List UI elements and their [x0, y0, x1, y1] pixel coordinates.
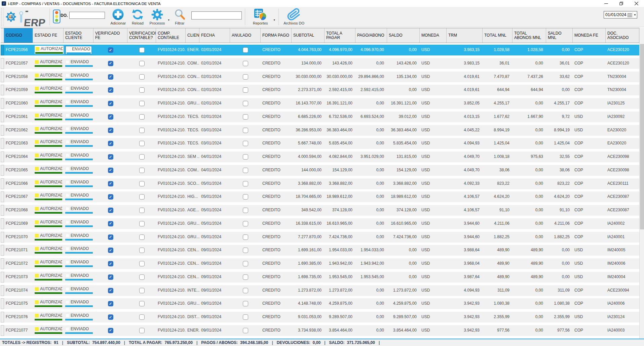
verificado-fe-cell[interactable] [93, 58, 127, 69]
verificado-fe-checkbox[interactable] [108, 47, 113, 53]
estado-fe-cell[interactable]: AUTORIZADA [33, 125, 64, 136]
estado-fe-status[interactable]: AUTORIZADA [35, 206, 62, 214]
row-selector[interactable] [1, 165, 4, 176]
verificacion-contable-cell[interactable] [127, 45, 156, 55]
verificacion-contable-checkbox[interactable] [139, 154, 145, 160]
verificacion-contable-cell[interactable] [127, 125, 156, 136]
anulado-cell[interactable] [230, 312, 261, 322]
restore-button[interactable] [614, 0, 629, 7]
estado-cliente-status[interactable]: ENVIADO [65, 139, 93, 147]
estado-fe-cell[interactable]: AUTORIZADA [33, 325, 64, 336]
estado-fe-status[interactable]: AUTORIZADA [35, 326, 62, 334]
row-selector[interactable] [1, 232, 4, 243]
anulado-checkbox[interactable] [243, 47, 248, 53]
estado-cliente-status[interactable]: ENVIADO [65, 179, 93, 187]
verificacion-contable-cell[interactable] [127, 85, 156, 95]
anulado-cell[interactable] [230, 72, 261, 82]
row-selector[interactable] [1, 85, 4, 95]
verificado-fe-checkbox[interactable] [108, 181, 113, 186]
column-header-total-abonos-mnl[interactable]: TOTAL ABONOS MNL [513, 28, 546, 43]
column-header-estado-cliente[interactable]: ESTADO CLIENTE [64, 28, 93, 43]
estado-cliente-cell[interactable]: ENVIADO [64, 191, 93, 202]
table-row[interactable]: FCPE21056AUTORIZADAENVIADOFV010124-210..… [1, 45, 639, 55]
filter-input[interactable] [191, 11, 242, 19]
anulado-checkbox[interactable] [243, 168, 248, 173]
estado-cliente-status[interactable]: ENVIADO [65, 246, 93, 254]
estado-cliente-status[interactable]: ENVIADO [65, 206, 93, 214]
estado-fe-cell[interactable]: AUTORIZADA [33, 298, 64, 309]
estado-cliente-status[interactable]: ENVIADO [65, 299, 93, 307]
verificacion-contable-checkbox[interactable] [139, 208, 145, 213]
estado-fe-cell[interactable]: AUTORIZADA [33, 218, 64, 229]
verificacion-contable-checkbox[interactable] [139, 101, 145, 106]
table-row[interactable]: FCPE21065AUTORIZADAENVIADOFV010124-210..… [1, 165, 639, 176]
estado-cliente-cell[interactable]: ENVIADO [64, 45, 93, 55]
archivos-do-button[interactable]: Archivos DO [282, 8, 306, 25]
verificado-fe-cell[interactable] [93, 272, 127, 283]
verificacion-contable-cell[interactable] [127, 152, 156, 162]
estado-fe-status[interactable]: AUTORIZADA [35, 153, 62, 160]
estado-cliente-status[interactable]: ENVIADO [65, 233, 93, 241]
verificado-fe-cell[interactable] [93, 112, 127, 122]
table-row[interactable]: FCPE21064AUTORIZADAENVIADOFV010124-210..… [1, 152, 639, 162]
verificacion-contable-checkbox[interactable] [139, 87, 145, 93]
estado-fe-status[interactable]: AUTORIZADA [35, 246, 62, 254]
estado-fe-cell[interactable]: AUTORIZADA [33, 245, 64, 256]
verificado-fe-cell[interactable] [93, 152, 127, 162]
row-selector[interactable] [1, 325, 4, 336]
estado-cliente-status[interactable]: ENVIADO [65, 192, 93, 200]
table-row[interactable]: FCPE21061AUTORIZADAENVIADOFV010124-210..… [1, 112, 639, 122]
estado-fe-cell[interactable]: AUTORIZADA [33, 205, 64, 216]
toolbar-grip[interactable] [1, 8, 3, 26]
estado-cliente-status[interactable]: ENVIADO [65, 326, 93, 334]
verificacion-contable-checkbox[interactable] [139, 274, 145, 280]
row-selector[interactable] [1, 58, 4, 69]
estado-fe-status[interactable]: AUTORIZADA [35, 126, 62, 134]
verificado-fe-checkbox[interactable] [108, 234, 113, 240]
estado-fe-cell[interactable]: AUTORIZADA [33, 85, 64, 95]
anulado-checkbox[interactable] [243, 261, 248, 266]
row-selector[interactable] [1, 245, 4, 256]
verificado-fe-checkbox[interactable] [108, 128, 113, 133]
verificado-fe-checkbox[interactable] [108, 208, 113, 213]
verificado-fe-checkbox[interactable] [108, 314, 113, 320]
scrollbar-thumb[interactable] [640, 44, 644, 229]
anulado-checkbox[interactable] [243, 101, 248, 106]
table-row[interactable]: FCPE21063AUTORIZADAENVIADOFV010124-210..… [1, 138, 639, 149]
estado-cliente-status[interactable]: ENVIADO [65, 73, 93, 80]
do-input[interactable] [69, 12, 105, 19]
row-selector[interactable] [1, 72, 4, 82]
table-row[interactable]: FCPE21071AUTORIZADAENVIADOFV010124-210..… [1, 245, 639, 256]
row-selector[interactable] [1, 138, 4, 149]
verificacion-contable-checkbox[interactable] [139, 141, 145, 146]
estado-cliente-cell[interactable]: ENVIADO [64, 312, 93, 322]
anulado-checkbox[interactable] [243, 194, 248, 200]
verificado-fe-checkbox[interactable] [108, 248, 113, 253]
estado-fe-status[interactable]: AUTORIZADA [35, 233, 62, 241]
estado-fe-cell[interactable]: AUTORIZADA [33, 112, 64, 122]
anulado-cell[interactable] [230, 191, 261, 202]
estado-fe-cell[interactable]: AUTORIZADA [33, 258, 64, 269]
row-selector[interactable] [1, 285, 4, 296]
estado-cliente-cell[interactable]: ENVIADO [64, 245, 93, 256]
anulado-checkbox[interactable] [243, 248, 248, 253]
estado-fe-status[interactable]: AUTORIZADA [35, 299, 62, 307]
table-row[interactable]: FCPE21067AUTORIZADAENVIADOFV010124-210..… [1, 191, 639, 202]
verificacion-contable-checkbox[interactable] [139, 314, 145, 320]
table-row[interactable]: FCPE21059AUTORIZADAENVIADOFV010124-210..… [1, 85, 639, 95]
anulado-cell[interactable] [230, 112, 261, 122]
estado-cliente-status[interactable]: ENVIADO [65, 259, 93, 267]
table-row[interactable]: FCPE21074AUTORIZADAENVIADOFV010124-210..… [1, 285, 639, 296]
verificado-fe-cell[interactable] [93, 98, 127, 109]
verificacion-contable-checkbox[interactable] [139, 221, 145, 226]
column-header-forma-pago[interactable]: FORMA PAGO [261, 28, 292, 43]
column-header-estado-fe[interactable]: ESTADO FE [33, 28, 64, 43]
minimize-button[interactable] [599, 0, 614, 7]
estado-cliente-cell[interactable]: ENVIADO [64, 72, 93, 82]
anulado-checkbox[interactable] [243, 208, 248, 213]
verificado-fe-checkbox[interactable] [108, 101, 113, 106]
estado-cliente-status[interactable]: ENVIADO [65, 86, 93, 93]
estado-cliente-cell[interactable]: ENVIADO [64, 205, 93, 216]
verificacion-contable-cell[interactable] [127, 72, 156, 82]
estado-fe-cell[interactable]: AUTORIZADA [33, 272, 64, 283]
